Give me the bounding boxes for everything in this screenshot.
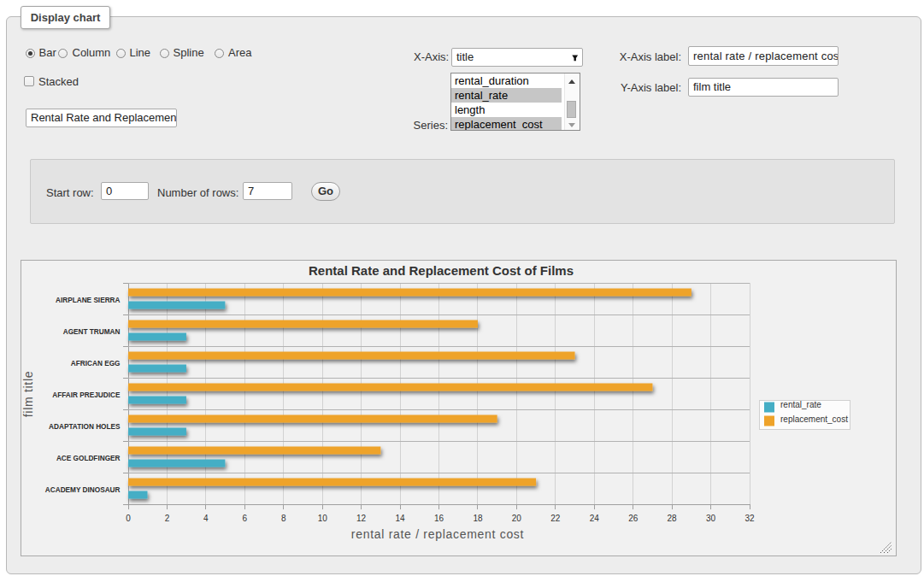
svg-text:22: 22 <box>550 514 561 523</box>
svg-text:Rental Rate and Replacement Co: Rental Rate and Replacement Cost of Film… <box>309 263 574 278</box>
svg-text:18: 18 <box>473 514 483 523</box>
svg-text:16: 16 <box>434 514 444 523</box>
svg-text:30: 30 <box>706 514 716 523</box>
svg-text:14: 14 <box>396 514 406 523</box>
svg-text:12: 12 <box>356 514 367 523</box>
svg-text:28: 28 <box>668 514 678 523</box>
svg-text:26: 26 <box>628 514 639 523</box>
svg-text:ADAPTATION HOLES: ADAPTATION HOLES <box>49 421 120 431</box>
svg-text:8: 8 <box>281 514 286 523</box>
svg-text:10: 10 <box>318 514 328 523</box>
svg-text:6: 6 <box>243 514 248 523</box>
svg-text:rental_rate: rental_rate <box>780 400 821 409</box>
svg-text:AFFAIR PREJUDICE: AFFAIR PREJUDICE <box>52 390 120 399</box>
svg-text:0: 0 <box>126 514 131 523</box>
svg-text:24: 24 <box>590 514 600 523</box>
svg-text:AFRICAN EGG: AFRICAN EGG <box>71 358 121 367</box>
svg-text:film title: film title <box>21 371 35 417</box>
svg-text:4: 4 <box>203 514 209 523</box>
svg-text:ACE GOLDFINGER: ACE GOLDFINGER <box>56 453 121 462</box>
svg-text:AGENT TRUMAN: AGENT TRUMAN <box>63 326 121 336</box>
svg-text:rental rate / replacement cost: rental rate / replacement cost <box>351 527 524 541</box>
svg-text:20: 20 <box>512 514 522 523</box>
svg-text:replacement_cost: replacement_cost <box>780 414 848 424</box>
svg-text:2: 2 <box>165 514 170 523</box>
svg-text:32: 32 <box>744 514 755 523</box>
svg-text:ACADEMY DINOSAUR: ACADEMY DINOSAUR <box>45 485 121 494</box>
svg-text:AIRPLANE SIERRA: AIRPLANE SIERRA <box>56 295 121 304</box>
